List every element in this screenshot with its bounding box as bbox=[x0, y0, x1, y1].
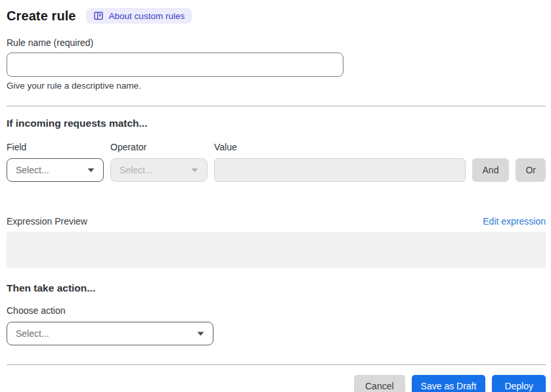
operator-select-value: Select... bbox=[120, 165, 153, 175]
action-section-heading: Then take action... bbox=[7, 282, 546, 294]
footer-actions: Cancel Save as Draft Deploy bbox=[7, 375, 546, 392]
operator-select[interactable]: Select... bbox=[110, 158, 208, 182]
rule-name-group: Rule name (required) Give your rule a de… bbox=[7, 37, 546, 91]
value-input[interactable] bbox=[214, 158, 466, 182]
field-column: Field Select... bbox=[7, 142, 104, 182]
rule-name-input[interactable] bbox=[7, 53, 343, 77]
expression-preview-box bbox=[7, 232, 546, 268]
choose-action-select-value: Select... bbox=[16, 328, 49, 339]
chevron-down-icon bbox=[191, 168, 198, 173]
field-label: Field bbox=[7, 142, 104, 152]
about-custom-rules-link[interactable]: About custom rules bbox=[86, 8, 192, 24]
cancel-button[interactable]: Cancel bbox=[354, 375, 405, 392]
chevron-down-icon bbox=[197, 332, 204, 336]
page-header: Create rule About custom rules bbox=[7, 8, 546, 24]
choose-action-label: Choose action bbox=[7, 305, 546, 316]
about-badge-label: About custom rules bbox=[109, 11, 185, 21]
operator-column: Operator Select... bbox=[110, 142, 208, 182]
edit-expression-link[interactable]: Edit expression bbox=[483, 216, 546, 227]
footer-divider bbox=[7, 364, 546, 365]
match-controls-row: Field Select... Operator Select... bbox=[7, 142, 546, 182]
deploy-button[interactable]: Deploy bbox=[492, 375, 546, 392]
value-column: Value bbox=[214, 142, 466, 182]
book-icon bbox=[93, 11, 104, 21]
create-rule-page: Create rule About custom rules Rule name… bbox=[0, 0, 551, 392]
operator-label: Operator bbox=[110, 142, 208, 152]
match-section-heading: If incoming requests match... bbox=[7, 118, 546, 129]
choose-action-select[interactable]: Select... bbox=[7, 322, 213, 345]
save-as-draft-button[interactable]: Save as Draft bbox=[412, 375, 486, 392]
section-divider bbox=[7, 106, 546, 106]
rule-name-label: Rule name (required) bbox=[7, 37, 546, 48]
expression-preview-header: Expression Preview Edit expression bbox=[7, 216, 546, 227]
and-button[interactable]: And bbox=[472, 158, 510, 182]
chevron-down-icon bbox=[87, 168, 95, 173]
expression-preview-label: Expression Preview bbox=[7, 216, 87, 227]
field-select-value: Select... bbox=[16, 165, 49, 175]
page-title: Create rule bbox=[7, 9, 76, 24]
rule-name-helper-text: Give your rule a descriptive name. bbox=[7, 81, 546, 91]
value-label: Value bbox=[214, 142, 466, 152]
or-button[interactable]: Or bbox=[516, 158, 546, 182]
field-select[interactable]: Select... bbox=[7, 158, 104, 182]
